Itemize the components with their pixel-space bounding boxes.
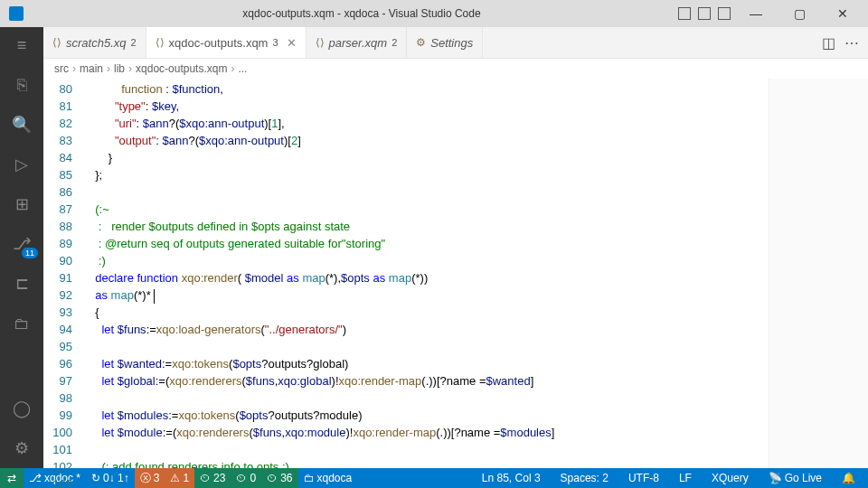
tab-label: Settings bbox=[430, 36, 473, 50]
chevron-right-icon: › bbox=[231, 62, 234, 75]
editor-area: ⟨⟩scratch5.xq2⟨⟩xqdoc-outputs.xqm3✕⟨⟩par… bbox=[43, 27, 868, 468]
breadcrumb-item[interactable]: lib bbox=[114, 62, 125, 75]
settings-icon[interactable]: ⚙ bbox=[11, 437, 33, 459]
indentation[interactable]: Spaces: 2 bbox=[555, 468, 614, 488]
language-mode[interactable]: XQuery bbox=[706, 468, 754, 488]
breadcrumbs[interactable]: src›main›lib›xqdoc-outputs.xqm›... bbox=[43, 59, 868, 79]
search-icon[interactable]: 🔍 bbox=[11, 114, 33, 136]
editor-body[interactable]: 80 81 82 83 84 85 86 87 88 89 90 91 92 9… bbox=[43, 79, 868, 468]
eol[interactable]: LF bbox=[674, 468, 697, 488]
tab-label: xqdoc-outputs.xqm bbox=[169, 36, 269, 50]
file-icon: ⚙ bbox=[416, 36, 426, 49]
tab-label: parser.xqm bbox=[329, 36, 388, 50]
tab-modified-badge: 2 bbox=[130, 37, 136, 48]
menu-icon[interactable]: ≡ bbox=[11, 34, 33, 56]
status-counter-2[interactable]: ⏲ 0 bbox=[231, 468, 261, 488]
tab-xqdoc-outputs-xqm[interactable]: ⟨⟩xqdoc-outputs.xqm3✕ bbox=[146, 27, 307, 58]
vscode-logo-icon bbox=[9, 6, 24, 21]
tab-modified-badge: 2 bbox=[392, 37, 397, 48]
chevron-right-icon: › bbox=[72, 62, 76, 75]
breadcrumb-item[interactable]: src bbox=[54, 62, 69, 75]
problems-warnings[interactable]: ⚠ 1 bbox=[165, 468, 194, 488]
scm-badge: 11 bbox=[22, 248, 38, 258]
code-content[interactable]: function : $function, "type": $key, "uri… bbox=[89, 79, 769, 468]
close-button[interactable]: ✕ bbox=[825, 1, 861, 26]
layout-right-icon[interactable] bbox=[718, 7, 731, 20]
tab-modified-badge: 3 bbox=[272, 37, 278, 48]
split-editor-icon[interactable]: ◫ bbox=[822, 34, 835, 52]
maximize-button[interactable]: ▢ bbox=[781, 1, 817, 26]
breadcrumb-item[interactable]: xqdoc-outputs.xqm bbox=[136, 62, 227, 75]
status-counter-3[interactable]: ⏲ 36 bbox=[261, 468, 297, 488]
more-actions-icon[interactable]: ⋯ bbox=[844, 34, 859, 52]
tab-parser-xqm[interactable]: ⟨⟩parser.xqm2 bbox=[307, 27, 408, 58]
remote-icon[interactable]: ⊏ bbox=[11, 273, 33, 295]
breadcrumb-item[interactable]: ... bbox=[238, 62, 247, 75]
layout-bottom-icon[interactable] bbox=[698, 7, 711, 20]
editor-tabs: ⟨⟩scratch5.xq2⟨⟩xqdoc-outputs.xqm3✕⟨⟩par… bbox=[43, 27, 868, 59]
explorer-icon[interactable]: ⎘ bbox=[11, 74, 33, 96]
encoding[interactable]: UTF-8 bbox=[623, 468, 665, 488]
minimize-button[interactable]: — bbox=[738, 1, 774, 26]
account-icon[interactable]: ◯ bbox=[11, 398, 33, 419]
extensions-icon[interactable]: ⊞ bbox=[11, 193, 33, 215]
breadcrumb-item[interactable]: main bbox=[80, 62, 103, 75]
tab-scratch5-xq[interactable]: ⟨⟩scratch5.xq2 bbox=[43, 27, 146, 58]
cursor-position[interactable]: Ln 85, Col 3 bbox=[476, 468, 546, 488]
tab-label: scratch5.xq bbox=[66, 36, 126, 50]
notifications-icon[interactable]: 🔔 bbox=[836, 468, 861, 488]
git-sync[interactable]: ↻ 0↓ 1↑ bbox=[86, 468, 135, 488]
remote-indicator[interactable]: ⇄ bbox=[0, 468, 24, 488]
chevron-right-icon: › bbox=[128, 62, 132, 75]
activity-bar: ≡ ⎘ 🔍 ▷ ⊞ ⎇11 ⊏ 🗀 ◯ ⚙ bbox=[0, 27, 43, 468]
status-bar: ⇄ ⎇ xqdoc * ↻ 0↓ 1↑ ⓧ 3 ⚠ 1 ⏲ 23 ⏲ 0 ⏲ 3… bbox=[0, 468, 868, 488]
close-icon[interactable]: ✕ bbox=[287, 36, 297, 50]
chevron-right-icon: › bbox=[107, 62, 110, 75]
window-title: xqdoc-outputs.xqm - xqdoca - Visual Stud… bbox=[45, 7, 678, 20]
folder-icon[interactable]: 🗀 bbox=[11, 313, 33, 334]
titlebar: xqdoc-outputs.xqm - xqdoca - Visual Stud… bbox=[0, 0, 868, 27]
status-counter-1[interactable]: ⏲ 23 bbox=[194, 468, 231, 488]
line-number-gutter: 80 81 82 83 84 85 86 87 88 89 90 91 92 9… bbox=[43, 79, 89, 468]
debug-icon[interactable]: ▷ bbox=[11, 154, 33, 175]
tab-settings[interactable]: ⚙Settings bbox=[407, 27, 483, 58]
file-icon: ⟨⟩ bbox=[156, 36, 165, 49]
file-icon: ⟨⟩ bbox=[52, 36, 61, 49]
source-control-icon[interactable]: ⎇11 bbox=[11, 233, 33, 255]
status-folder[interactable]: 🗀 xqdoca bbox=[298, 468, 358, 488]
layout-left-icon[interactable] bbox=[678, 7, 691, 20]
problems-errors[interactable]: ⓧ 3 bbox=[135, 468, 165, 488]
file-icon: ⟨⟩ bbox=[316, 36, 325, 49]
minimap[interactable] bbox=[769, 79, 868, 468]
go-live[interactable]: 📡 Go Live bbox=[763, 468, 827, 488]
